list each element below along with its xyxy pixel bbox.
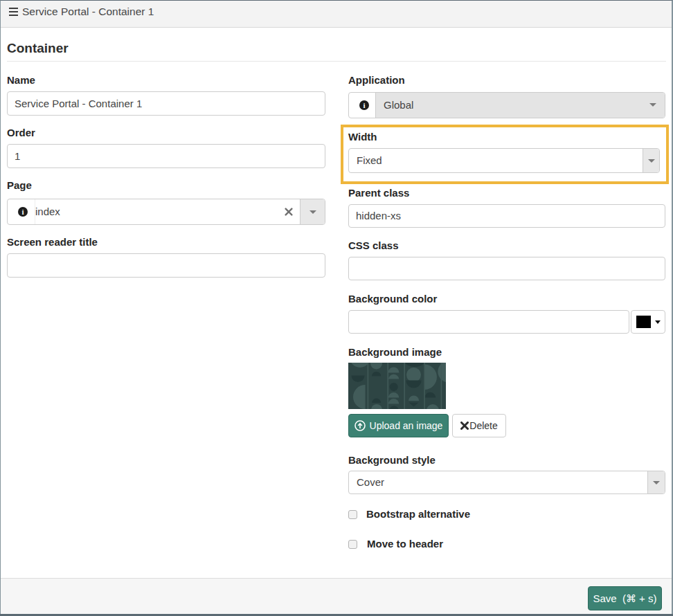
svg-text:i: i <box>21 208 24 216</box>
svg-text:i: i <box>363 101 365 109</box>
